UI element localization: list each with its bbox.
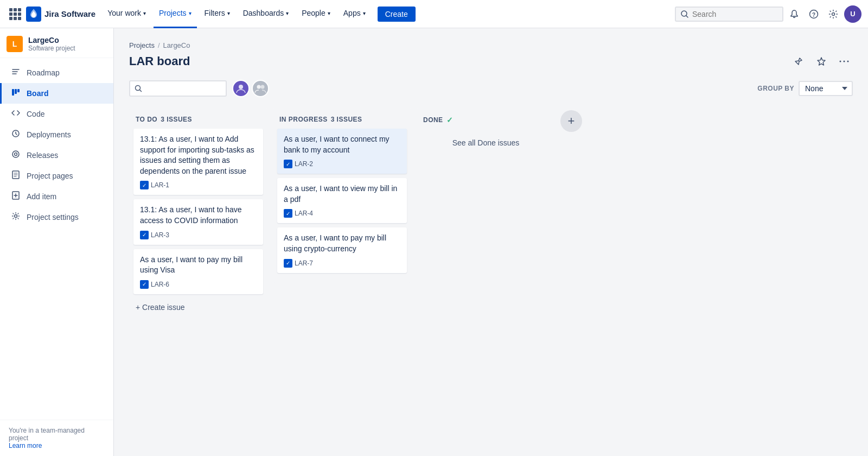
releases-icon bbox=[10, 149, 21, 161]
group-by-select[interactable]: None Epic Assignee bbox=[799, 81, 853, 96]
issue-type-icon: ✓ bbox=[284, 209, 292, 218]
bell-icon bbox=[789, 9, 799, 19]
jira-logo-text: Jira Software bbox=[44, 9, 95, 18]
member-avatar-2[interactable] bbox=[252, 80, 269, 97]
sidebar-item-deployments[interactable]: Deployments bbox=[0, 124, 113, 145]
project-icon: L bbox=[7, 36, 23, 52]
issue-key: ✓ LAR-1 bbox=[140, 181, 169, 189]
board-search-input[interactable] bbox=[145, 84, 210, 93]
sidebar-nav: Roadmap Board Code bbox=[0, 58, 113, 420]
sidebar-item-releases[interactable]: Releases bbox=[0, 145, 113, 166]
svg-point-28 bbox=[239, 85, 243, 89]
search-icon bbox=[680, 10, 689, 18]
svg-point-23 bbox=[840, 61, 841, 62]
help-button[interactable]: ? bbox=[805, 5, 822, 23]
pin-button[interactable] bbox=[790, 53, 807, 70]
create-issue-button[interactable]: + Create issue bbox=[133, 299, 263, 316]
pin-icon bbox=[794, 56, 803, 66]
breadcrumb-projects[interactable]: Projects bbox=[129, 41, 155, 49]
sidebar-item-project-settings[interactable]: Project settings bbox=[0, 207, 113, 227]
column-todo: TO DO 3 ISSUES 13.1: As a user, I want t… bbox=[129, 108, 267, 321]
issue-card-lar6[interactable]: As a user, I want to pay my bill using V… bbox=[133, 249, 263, 294]
sidebar-item-add-item[interactable]: Add item bbox=[0, 186, 113, 207]
see-all-done-button[interactable]: See all Done issues bbox=[421, 130, 551, 156]
issue-type-icon: ✓ bbox=[284, 160, 292, 168]
svg-point-22 bbox=[15, 215, 17, 218]
column-inprogress: IN PROGRESS 3 ISSUES As a user, I want t… bbox=[273, 108, 411, 283]
svg-rect-10 bbox=[15, 89, 17, 94]
member-avatar-1[interactable] bbox=[232, 80, 250, 97]
search-box[interactable] bbox=[675, 7, 783, 22]
column-done: DONE ✓ See all Done issues bbox=[417, 108, 555, 161]
svg-point-14 bbox=[15, 153, 17, 156]
sidebar-item-label: Project pages bbox=[27, 172, 73, 180]
svg-point-13 bbox=[12, 151, 19, 157]
done-check-icon: ✓ bbox=[446, 116, 453, 124]
issue-card-lar2[interactable]: As a user, I want to connect my bank to … bbox=[277, 129, 407, 174]
issue-card-lar3[interactable]: 13.1: As a user, I want to have access t… bbox=[133, 199, 263, 244]
svg-rect-9 bbox=[12, 89, 14, 96]
sidebar-item-code[interactable]: Code bbox=[0, 104, 113, 124]
create-button[interactable]: Create bbox=[378, 7, 416, 22]
issue-key: ✓ LAR-6 bbox=[140, 280, 169, 289]
deployments-icon bbox=[10, 129, 21, 141]
sidebar-item-label: Deployments bbox=[27, 130, 71, 139]
app-switcher-button[interactable] bbox=[7, 5, 24, 23]
group-by-area: GROUP BY None Epic Assignee bbox=[757, 81, 853, 96]
user-avatar-icon bbox=[234, 82, 247, 95]
sidebar-item-board[interactable]: Board bbox=[0, 83, 113, 104]
card-title: 13.1: As a user, I want to have access t… bbox=[140, 205, 257, 226]
nav-item-filters[interactable]: Filters ▾ bbox=[199, 0, 235, 28]
board-columns: TO DO 3 ISSUES 13.1: As a user, I want t… bbox=[129, 108, 853, 321]
project-type: Software project bbox=[28, 45, 75, 52]
card-footer: ✓ LAR-6 bbox=[140, 280, 257, 289]
nav-item-people[interactable]: People ▾ bbox=[296, 0, 336, 28]
header-actions bbox=[790, 53, 853, 70]
page-title: LAR board bbox=[129, 54, 190, 68]
star-icon bbox=[816, 56, 826, 66]
nav-item-projects[interactable]: Projects ▾ bbox=[154, 0, 197, 28]
top-nav: Jira Software Your work ▾ Projects ▾ Fil… bbox=[0, 0, 868, 28]
jira-logo[interactable]: Jira Software bbox=[26, 7, 95, 22]
star-button[interactable] bbox=[813, 53, 830, 70]
nav-item-apps[interactable]: Apps ▾ bbox=[338, 0, 371, 28]
issue-card-lar1[interactable]: 13.1: As a user, I want to Add support f… bbox=[133, 129, 263, 195]
add-column-button[interactable]: + bbox=[560, 110, 582, 132]
grid-icon bbox=[8, 7, 22, 21]
chevron-down-icon: ▾ bbox=[189, 10, 192, 16]
pages-icon bbox=[10, 170, 21, 182]
gear-icon bbox=[828, 9, 838, 19]
learn-more-link[interactable]: Learn more bbox=[9, 442, 42, 449]
main-content: Projects / LargeCo LAR board bbox=[114, 28, 868, 456]
roadmap-icon bbox=[10, 67, 21, 79]
board-search-box[interactable] bbox=[129, 80, 227, 97]
nav-item-your-work[interactable]: Your work ▾ bbox=[102, 0, 151, 28]
breadcrumb-largeco: LargeCo bbox=[163, 41, 190, 49]
issue-card-lar7[interactable]: As a user, I want to pay my bill using c… bbox=[277, 227, 407, 273]
help-icon: ? bbox=[809, 9, 819, 19]
issue-card-lar4[interactable]: As a user, I want to view my bill in a p… bbox=[277, 178, 407, 223]
sidebar-item-label: Code bbox=[27, 110, 44, 118]
sidebar-item-roadmap[interactable]: Roadmap bbox=[0, 62, 113, 83]
sidebar-item-project-pages[interactable]: Project pages bbox=[0, 166, 113, 186]
card-title: As a user, I want to view my bill in a p… bbox=[284, 183, 400, 205]
issue-key: ✓ LAR-7 bbox=[284, 259, 313, 268]
sidebar: L LargeCo Software project Roadmap bbox=[0, 28, 114, 456]
settings-icon bbox=[10, 211, 21, 223]
board-icon bbox=[10, 87, 21, 99]
project-header: L LargeCo Software project bbox=[0, 28, 113, 58]
settings-button[interactable] bbox=[825, 5, 842, 23]
issue-type-icon: ✓ bbox=[140, 181, 149, 189]
jira-logo-icon bbox=[26, 7, 41, 22]
search-input[interactable] bbox=[692, 10, 768, 18]
card-footer: ✓ LAR-3 bbox=[140, 231, 257, 239]
chevron-down-icon: ▾ bbox=[286, 10, 289, 16]
more-options-button[interactable] bbox=[835, 53, 853, 70]
chevron-down-icon: ▾ bbox=[363, 10, 366, 16]
user-avatar[interactable]: U bbox=[844, 5, 861, 23]
notifications-button[interactable] bbox=[786, 5, 803, 23]
sidebar-item-label: Roadmap bbox=[27, 68, 60, 77]
search-icon bbox=[135, 85, 142, 92]
nav-item-dashboards[interactable]: Dashboards ▾ bbox=[238, 0, 295, 28]
chevron-down-icon: ▾ bbox=[328, 10, 330, 16]
